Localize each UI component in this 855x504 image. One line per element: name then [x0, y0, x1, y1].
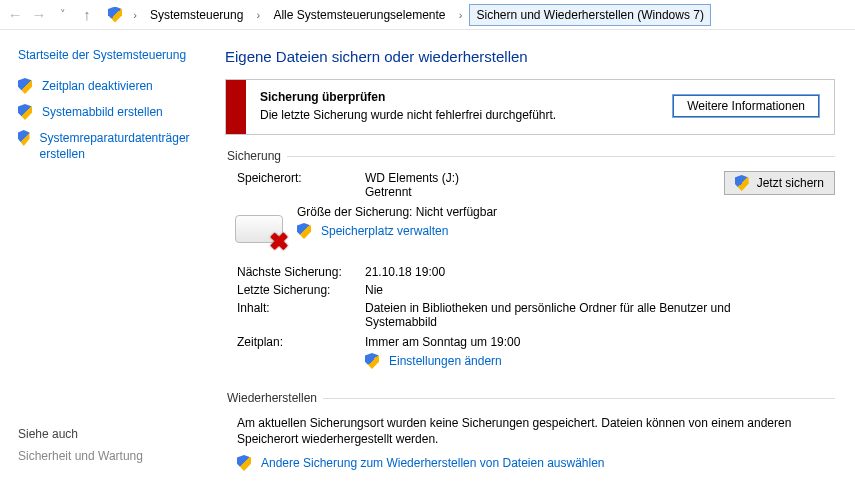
breadcrumb-item[interactable]: Systemsteuerung	[144, 4, 249, 26]
schedule-value: Immer am Sonntag um 19:00	[365, 335, 835, 349]
breadcrumb-item-current[interactable]: Sichern und Wiederherstellen (Windows 7)	[469, 4, 710, 26]
location-value: WD Elements (J:)	[365, 171, 718, 185]
restore-description: Am aktuellen Sicherungsort wurden keine …	[225, 413, 835, 455]
nav-forward-icon[interactable]: →	[28, 4, 50, 26]
sidebar: Startseite der Systemsteuerung Zeitplan …	[0, 30, 215, 477]
shield-icon	[297, 223, 311, 239]
shield-icon	[365, 353, 379, 369]
manage-space-label: Speicherplatz verwalten	[321, 224, 448, 238]
location-status: Getrennt	[365, 185, 718, 199]
alert-severity-bar	[226, 80, 246, 134]
nav-back-icon[interactable]: ←	[4, 4, 26, 26]
alert-box: Sicherung überprüfen Die letzte Sicherun…	[225, 79, 835, 135]
shield-icon	[18, 104, 32, 120]
last-backup-value: Nie	[365, 283, 835, 297]
content-pane: Eigene Dateien sichern oder wiederherste…	[215, 30, 855, 477]
page-title: Eigene Dateien sichern oder wiederherste…	[225, 48, 835, 65]
shield-icon	[237, 455, 251, 471]
content-label: Inhalt:	[225, 301, 365, 315]
next-backup-label: Nächste Sicherung:	[225, 265, 365, 279]
backup-now-label: Jetzt sichern	[757, 176, 824, 190]
alert-title: Sicherung überprüfen	[260, 90, 660, 104]
section-label: Sicherung	[225, 149, 281, 163]
next-backup-value: 21.10.18 19:00	[365, 265, 835, 279]
chevron-right-icon[interactable]: ›	[251, 9, 265, 21]
sidebar-item-disable-schedule[interactable]: Zeitplan deaktivieren	[18, 78, 203, 94]
sidebar-item-label: Systemreparaturdatenträger erstellen	[40, 130, 203, 162]
sidebar-item-label: Zeitplan deaktivieren	[42, 78, 153, 94]
backup-now-button[interactable]: Jetzt sichern	[724, 171, 835, 195]
schedule-label: Zeitplan:	[225, 335, 365, 349]
content-value: Dateien in Bibliotheken und persönliche …	[365, 301, 745, 329]
shield-icon	[18, 78, 32, 94]
backup-size-value: Nicht verfügbar	[416, 205, 497, 219]
backup-size-label: Größe der Sicherung:	[297, 205, 412, 219]
more-info-button[interactable]: Weitere Informationen	[672, 94, 820, 118]
select-other-backup-link[interactable]: Andere Sicherung zum Wiederherstellen vo…	[225, 455, 835, 471]
section-header-backup: Sicherung	[225, 149, 835, 163]
select-other-backup-label: Andere Sicherung zum Wiederherstellen vo…	[261, 456, 605, 470]
sidebar-item-label: Systemabbild erstellen	[42, 104, 163, 120]
nav-up-icon[interactable]: ↑	[76, 4, 98, 26]
see-also-item[interactable]: Sicherheit und Wartung	[18, 449, 203, 463]
chevron-right-icon[interactable]: ›	[453, 9, 467, 21]
alert-message: Die letzte Sicherung wurde nicht fehlerf…	[260, 108, 660, 122]
change-settings-link[interactable]: Einstellungen ändern	[365, 353, 835, 369]
manage-space-link[interactable]: Speicherplatz verwalten	[297, 223, 835, 239]
breadcrumb-item[interactable]: Alle Systemsteuerungselemente	[267, 4, 451, 26]
shield-icon	[18, 130, 30, 146]
chevron-right-icon[interactable]: ›	[128, 9, 142, 21]
last-backup-label: Letzte Sicherung:	[225, 283, 365, 297]
shield-icon	[735, 175, 749, 191]
section-header-restore: Wiederherstellen	[225, 391, 835, 405]
change-settings-label: Einstellungen ändern	[389, 354, 502, 368]
sidebar-home-link[interactable]: Startseite der Systemsteuerung	[18, 48, 203, 62]
section-label: Wiederherstellen	[225, 391, 317, 405]
see-also-header: Siehe auch	[18, 427, 203, 441]
control-panel-icon	[108, 7, 122, 23]
sidebar-item-create-image[interactable]: Systemabbild erstellen	[18, 104, 203, 120]
sidebar-item-create-repair-disc[interactable]: Systemreparaturdatenträger erstellen	[18, 130, 203, 162]
breadcrumb-bar: ← → ˅ ↑ › Systemsteuerung › Alle Systems…	[0, 0, 855, 30]
nav-recent-icon[interactable]: ˅	[52, 4, 74, 26]
location-label: Speicherort:	[225, 171, 365, 185]
drive-disconnected-icon: ✖	[233, 209, 289, 249]
